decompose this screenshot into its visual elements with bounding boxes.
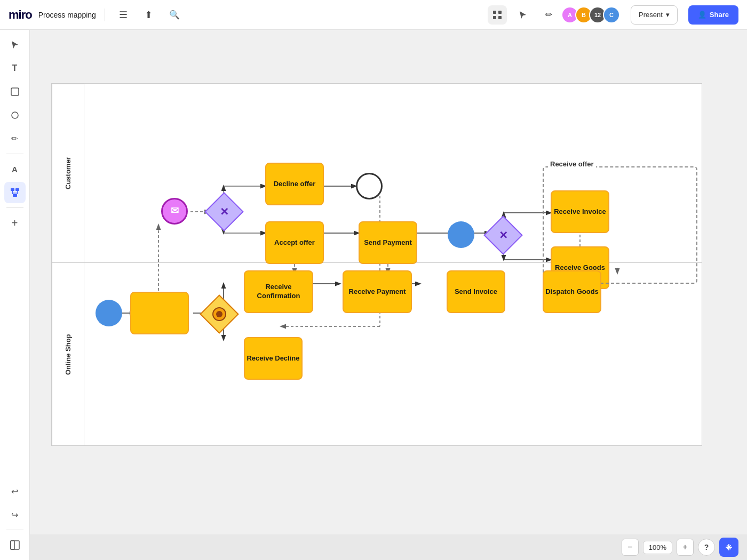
start-customer-event[interactable] [448,221,474,248]
zoom-in-button[interactable]: + [677,539,694,556]
shapes-tool[interactable] [4,105,26,126]
avatar-3[interactable]: C [603,6,620,23]
gateway-shop[interactable] [205,300,233,328]
search-button[interactable]: 🔍 [165,5,184,25]
receive-invoice-task[interactable]: Receive Invoice [551,190,609,233]
mail-event[interactable]: ✉ [161,198,188,225]
font-tool[interactable]: A [4,158,26,180]
diagram-tool[interactable] [4,182,26,203]
start-shop-event[interactable] [96,300,122,326]
receive-decline-task[interactable]: Receive Decline [244,337,303,380]
lane-customer-label: Customer [52,84,84,262]
svg-point-5 [12,112,18,118]
decline-offer-task[interactable]: Decline offer [265,163,324,205]
svg-rect-8 [13,194,17,197]
menu-button[interactable]: ☰ [114,5,133,25]
svg-rect-4 [11,88,19,95]
send-payment-task[interactable]: Send Payment [359,221,417,264]
pen-tool[interactable]: ✏ [4,128,26,149]
sidebar-separator [6,154,23,154]
bottombar: − 100% + ? [0,534,747,560]
send-offer-task[interactable] [130,292,189,334]
cursor-tool[interactable] [4,34,26,55]
share-button[interactable]: 👤 Share [688,5,738,25]
apps-button[interactable] [488,5,507,25]
undo-tool[interactable]: ↩ [4,481,26,502]
diagram-board: Customer Online Shop [51,83,702,446]
draw-mode-button[interactable]: ✏ [539,5,558,25]
cursor-mode-button[interactable] [513,5,533,25]
svg-rect-2 [493,16,496,19]
separator [105,9,105,21]
export-button[interactable]: ⬆ [139,5,158,25]
svg-rect-7 [15,188,19,191]
text-tool[interactable]: T [4,58,26,79]
sidebar-separator-2 [6,207,23,208]
magic-button[interactable] [719,538,738,557]
svg-rect-6 [11,188,14,191]
receive-payment-task[interactable]: Receive Payment [343,270,412,313]
send-invoice-task[interactable]: Send Invoice [447,270,505,313]
miro-logo: miro [9,8,32,22]
zoom-level-display: 100% [643,541,672,554]
canvas[interactable]: Customer Online Shop [30,30,747,534]
gateway-receive[interactable]: ✕ [489,221,517,249]
add-tool[interactable]: + [4,212,26,234]
board-title: Process mapping [38,11,96,19]
receive-confirmation-task[interactable]: Receive Confirmation [244,270,313,313]
svg-rect-0 [493,11,496,14]
lane-shop-label: Online Shop [52,262,84,446]
note-tool[interactable] [4,81,26,102]
left-sidebar: T ✏ A + ↩ ↪ [0,30,30,560]
redo-tool[interactable]: ↪ [4,504,26,525]
dispatch-goods-task[interactable]: Dispatch Goods [543,270,601,313]
svg-rect-3 [498,16,502,19]
zoom-out-button[interactable]: − [622,539,639,556]
topbar: miro Process mapping ☰ ⬆ 🔍 ✏ A B 12 C Pr… [0,0,747,30]
svg-rect-1 [498,11,502,14]
end-decline-event[interactable] [356,173,383,199]
present-button[interactable]: Present ▾ [631,5,678,25]
collaborators-list: A B 12 C [565,6,620,23]
accept-offer-task[interactable]: Accept offer [265,221,324,264]
gateway-customer[interactable]: ✕ [210,198,238,226]
help-button[interactable]: ? [698,539,715,556]
